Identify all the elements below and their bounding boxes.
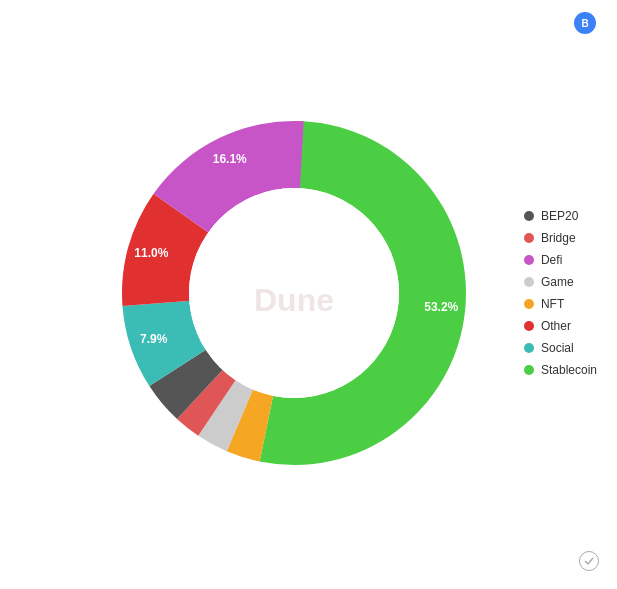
legend-label: NFT [541, 297, 564, 311]
legend: BEP20 Bridge Defi Game NFT Other Social … [524, 209, 597, 377]
legend-dot [524, 233, 534, 243]
legend-dot [524, 343, 534, 353]
legend-label: BEP20 [541, 209, 578, 223]
segment-label-defi: 16.1% [212, 152, 246, 166]
watermark-badge [579, 551, 599, 571]
legend-dot [524, 211, 534, 221]
legend-item-bridge: Bridge [524, 231, 597, 245]
legend-dot [524, 321, 534, 331]
legend-label: Defi [541, 253, 562, 267]
legend-item-bep20: BEP20 [524, 209, 597, 223]
check-circle-icon [579, 551, 599, 571]
header: B [0, 0, 617, 38]
dune-watermark: Dune [254, 282, 334, 318]
legend-dot [524, 255, 534, 265]
chart-area: 53.2%7.9%11.0%16.1%Dune BEP20 Bridge Def… [0, 38, 617, 548]
segment-label-social: 7.9% [140, 332, 168, 346]
legend-item-defi: Defi [524, 253, 597, 267]
brand: B [574, 12, 601, 34]
legend-dot [524, 365, 534, 375]
legend-label: Social [541, 341, 574, 355]
legend-dot [524, 299, 534, 309]
legend-item-social: Social [524, 341, 597, 355]
segment-label-other: 11.0% [134, 246, 168, 260]
segment-label-stablecoin: 53.2% [424, 300, 458, 314]
legend-item-other: Other [524, 319, 597, 333]
legend-dot [524, 277, 534, 287]
legend-label: Stablecoin [541, 363, 597, 377]
donut-container: 53.2%7.9%11.0%16.1%Dune [104, 103, 484, 483]
legend-label: Other [541, 319, 571, 333]
legend-label: Game [541, 275, 574, 289]
legend-item-game: Game [524, 275, 597, 289]
legend-item-stablecoin: Stablecoin [524, 363, 597, 377]
legend-item-nft: NFT [524, 297, 597, 311]
donut-chart: 53.2%7.9%11.0%16.1%Dune [104, 103, 484, 483]
legend-label: Bridge [541, 231, 576, 245]
brand-icon: B [574, 12, 596, 34]
